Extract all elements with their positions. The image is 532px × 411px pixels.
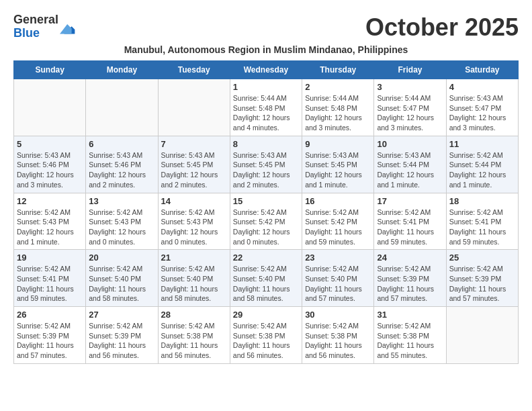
day-number: 21 [161,253,227,263]
calendar-cell: 12Sunrise: 5:42 AM Sunset: 5:43 PM Dayli… [14,193,86,250]
calendar-cell: 3Sunrise: 5:44 AM Sunset: 5:47 PM Daylig… [374,79,446,136]
calendar-cell: 15Sunrise: 5:42 AM Sunset: 5:42 PM Dayli… [230,193,302,250]
day-info: Sunrise: 5:43 AM Sunset: 5:46 PM Dayligh… [89,150,154,190]
column-header-monday: Monday [86,61,158,79]
day-info: Sunrise: 5:43 AM Sunset: 5:46 PM Dayligh… [17,150,83,190]
calendar-cell: 18Sunrise: 5:42 AM Sunset: 5:41 PM Dayli… [446,193,518,250]
day-info: Sunrise: 5:44 AM Sunset: 5:48 PM Dayligh… [233,93,299,133]
day-info: Sunrise: 5:42 AM Sunset: 5:40 PM Dayligh… [305,264,371,304]
day-info: Sunrise: 5:42 AM Sunset: 5:38 PM Dayligh… [377,321,443,361]
day-number: 23 [305,253,371,263]
day-info: Sunrise: 5:42 AM Sunset: 5:43 PM Dayligh… [89,208,154,247]
logo: General Blue [13,13,76,40]
day-number: 25 [449,253,515,263]
day-info: Sunrise: 5:42 AM Sunset: 5:39 PM Dayligh… [17,321,83,361]
calendar-week-row: 1Sunrise: 5:44 AM Sunset: 5:48 PM Daylig… [14,79,519,136]
calendar-header-row: SundayMondayTuesdayWednesdayThursdayFrid… [14,61,519,79]
day-info: Sunrise: 5:42 AM Sunset: 5:39 PM Dayligh… [89,321,154,361]
day-info: Sunrise: 5:42 AM Sunset: 5:38 PM Dayligh… [305,321,371,361]
calendar-cell [86,79,158,136]
day-info: Sunrise: 5:42 AM Sunset: 5:39 PM Dayligh… [449,264,515,304]
day-number: 5 [17,139,83,149]
calendar-cell: 29Sunrise: 5:42 AM Sunset: 5:38 PM Dayli… [230,307,302,364]
calendar-cell: 17Sunrise: 5:42 AM Sunset: 5:41 PM Dayli… [374,193,446,250]
day-info: Sunrise: 5:42 AM Sunset: 5:40 PM Dayligh… [233,264,299,304]
day-number: 6 [89,139,154,149]
calendar-cell: 5Sunrise: 5:43 AM Sunset: 5:46 PM Daylig… [14,136,86,193]
calendar-cell: 31Sunrise: 5:42 AM Sunset: 5:38 PM Dayli… [374,307,446,364]
column-header-thursday: Thursday [302,61,374,79]
day-number: 19 [17,253,83,263]
calendar-cell: 27Sunrise: 5:42 AM Sunset: 5:39 PM Dayli… [86,307,158,364]
day-number: 4 [449,82,515,92]
calendar-cell: 4Sunrise: 5:43 AM Sunset: 5:47 PM Daylig… [446,79,518,136]
column-header-saturday: Saturday [446,61,518,79]
calendar-cell: 6Sunrise: 5:43 AM Sunset: 5:46 PM Daylig… [86,136,158,193]
day-number: 10 [377,139,443,149]
month-title: October 2025 [365,13,519,42]
day-number: 1 [233,82,299,92]
day-info: Sunrise: 5:43 AM Sunset: 5:45 PM Dayligh… [161,150,227,190]
calendar-cell [446,307,518,364]
calendar-cell: 19Sunrise: 5:42 AM Sunset: 5:41 PM Dayli… [14,250,86,307]
column-header-tuesday: Tuesday [158,61,230,79]
calendar-cell: 7Sunrise: 5:43 AM Sunset: 5:45 PM Daylig… [158,136,230,193]
day-info: Sunrise: 5:44 AM Sunset: 5:48 PM Dayligh… [305,93,371,133]
calendar-week-row: 19Sunrise: 5:42 AM Sunset: 5:41 PM Dayli… [14,250,519,307]
calendar-cell: 22Sunrise: 5:42 AM Sunset: 5:40 PM Dayli… [230,250,302,307]
calendar-cell: 13Sunrise: 5:42 AM Sunset: 5:43 PM Dayli… [86,193,158,250]
day-number: 12 [17,196,83,206]
column-header-wednesday: Wednesday [230,61,302,79]
day-info: Sunrise: 5:42 AM Sunset: 5:42 PM Dayligh… [233,208,299,247]
calendar-cell: 2Sunrise: 5:44 AM Sunset: 5:48 PM Daylig… [302,79,374,136]
day-info: Sunrise: 5:42 AM Sunset: 5:41 PM Dayligh… [17,264,83,304]
day-number: 8 [233,139,299,149]
day-number: 22 [233,253,299,263]
calendar-cell: 20Sunrise: 5:42 AM Sunset: 5:40 PM Dayli… [86,250,158,307]
calendar-cell: 24Sunrise: 5:42 AM Sunset: 5:39 PM Dayli… [374,250,446,307]
page-subtitle: Manubul, Autonomous Region in Muslim Min… [13,44,519,55]
day-number: 16 [305,196,371,206]
day-number: 14 [161,196,227,206]
day-number: 7 [161,139,227,149]
calendar-cell [158,79,230,136]
day-number: 15 [233,196,299,206]
day-info: Sunrise: 5:44 AM Sunset: 5:47 PM Dayligh… [377,93,443,133]
calendar-cell: 11Sunrise: 5:42 AM Sunset: 5:44 PM Dayli… [446,136,518,193]
day-info: Sunrise: 5:42 AM Sunset: 5:41 PM Dayligh… [449,208,515,247]
day-info: Sunrise: 5:42 AM Sunset: 5:43 PM Dayligh… [161,208,227,247]
day-number: 17 [377,196,443,206]
day-number: 11 [449,139,515,149]
day-info: Sunrise: 5:43 AM Sunset: 5:45 PM Dayligh… [233,150,299,190]
day-info: Sunrise: 5:42 AM Sunset: 5:38 PM Dayligh… [161,321,227,361]
day-info: Sunrise: 5:42 AM Sunset: 5:42 PM Dayligh… [305,208,371,247]
day-info: Sunrise: 5:43 AM Sunset: 5:47 PM Dayligh… [449,93,515,133]
day-number: 20 [89,253,154,263]
calendar-week-row: 26Sunrise: 5:42 AM Sunset: 5:39 PM Dayli… [14,307,519,364]
calendar-cell: 9Sunrise: 5:43 AM Sunset: 5:45 PM Daylig… [302,136,374,193]
day-info: Sunrise: 5:42 AM Sunset: 5:38 PM Dayligh… [233,321,299,361]
day-info: Sunrise: 5:42 AM Sunset: 5:44 PM Dayligh… [449,150,515,190]
day-number: 29 [233,310,299,320]
day-info: Sunrise: 5:42 AM Sunset: 5:41 PM Dayligh… [377,208,443,247]
day-number: 18 [449,196,515,206]
calendar-cell: 10Sunrise: 5:43 AM Sunset: 5:44 PM Dayli… [374,136,446,193]
day-info: Sunrise: 5:42 AM Sunset: 5:39 PM Dayligh… [377,264,443,304]
calendar-cell [14,79,86,136]
column-header-friday: Friday [374,61,446,79]
day-number: 3 [377,82,443,92]
day-number: 26 [17,310,83,320]
calendar-cell: 1Sunrise: 5:44 AM Sunset: 5:48 PM Daylig… [230,79,302,136]
logo-icon [60,19,76,35]
day-info: Sunrise: 5:43 AM Sunset: 5:45 PM Dayligh… [305,150,371,190]
day-info: Sunrise: 5:43 AM Sunset: 5:44 PM Dayligh… [377,150,443,190]
day-number: 2 [305,82,371,92]
day-info: Sunrise: 5:42 AM Sunset: 5:40 PM Dayligh… [161,264,227,304]
day-number: 24 [377,253,443,263]
calendar-cell: 14Sunrise: 5:42 AM Sunset: 5:43 PM Dayli… [158,193,230,250]
day-number: 9 [305,139,371,149]
calendar-cell: 28Sunrise: 5:42 AM Sunset: 5:38 PM Dayli… [158,307,230,364]
day-number: 30 [305,310,371,320]
calendar-cell: 25Sunrise: 5:42 AM Sunset: 5:39 PM Dayli… [446,250,518,307]
day-number: 13 [89,196,154,206]
